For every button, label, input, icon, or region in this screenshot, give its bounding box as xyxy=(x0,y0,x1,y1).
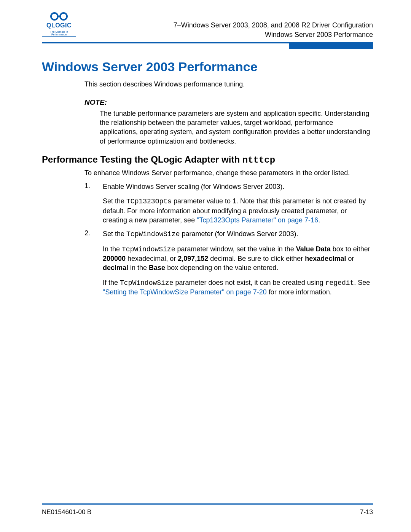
page-footer: NE0154601-00 B 7-13 xyxy=(42,508,373,516)
svg-point-0 xyxy=(51,13,58,20)
step-number: 2. xyxy=(84,229,103,297)
section-title: Windows Server 2003 Performance xyxy=(174,30,373,40)
steps-list: 1. Enable Windows Server scaling (for Wi… xyxy=(84,182,373,297)
header-accent xyxy=(42,43,373,49)
chapter-title: 7–Windows Server 2003, 2008, and 2008 R2… xyxy=(174,21,373,30)
qlogic-mark-icon xyxy=(49,11,68,21)
doc-number: NE0154601-00 B xyxy=(42,508,91,516)
step-item: 1. Enable Windows Server scaling (for Wi… xyxy=(84,182,373,225)
step-detail: If the TcpWindowSize parameter does not … xyxy=(103,278,373,297)
note-heading: NOTE: xyxy=(84,98,373,107)
note-block: NOTE: The tunable performance parameters… xyxy=(84,98,373,146)
tcp1323opts-link[interactable]: "Tcp1323Opts Parameter" on page 7-16 xyxy=(197,216,318,224)
logo: QLOGIC The Ultimate in Performance xyxy=(42,11,76,37)
subheading: Performance Testing the QLogic Adapter w… xyxy=(42,154,373,165)
subintro: To enhance Windows Server performance, c… xyxy=(84,168,373,177)
page-header: QLOGIC The Ultimate in Performance 7–Win… xyxy=(42,11,373,40)
step-number: 1. xyxy=(84,182,103,225)
step-lead: Set the TcpWindowSize parameter (for Win… xyxy=(103,229,373,239)
step-detail: Set the TCp1323Opts parameter value to 1… xyxy=(103,197,373,225)
subheading-text: Performance Testing the QLogic Adapter w… xyxy=(42,154,242,165)
step-content: Set the TcpWindowSize parameter (for Win… xyxy=(103,229,373,297)
step-detail: In the TcpWindowSize parameter window, s… xyxy=(103,244,373,273)
running-header: 7–Windows Server 2003, 2008, and 2008 R2… xyxy=(174,11,373,40)
step-content: Enable Windows Server scaling (for Windo… xyxy=(103,182,373,225)
tcpwindowsize-link[interactable]: "Setting the TcpWindowSize Parameter" on… xyxy=(103,288,267,296)
logo-brand: QLOGIC xyxy=(42,22,76,29)
svg-rect-2 xyxy=(57,16,61,17)
logo-tagline: The Ultimate in Performance xyxy=(42,30,76,37)
page-title: Windows Server 2003 Performance xyxy=(42,59,373,74)
svg-point-1 xyxy=(60,13,67,20)
step-lead: Enable Windows Server scaling (for Windo… xyxy=(103,182,373,191)
note-body: The tunable performance parameters are s… xyxy=(100,109,373,146)
page-number: 7-13 xyxy=(360,508,373,516)
step-item: 2. Set the TcpWindowSize parameter (for … xyxy=(84,229,373,297)
footer-rule xyxy=(42,503,373,505)
subheading-code: ntttcp xyxy=(242,155,275,165)
intro-text: This section describes Windows performan… xyxy=(84,80,373,89)
